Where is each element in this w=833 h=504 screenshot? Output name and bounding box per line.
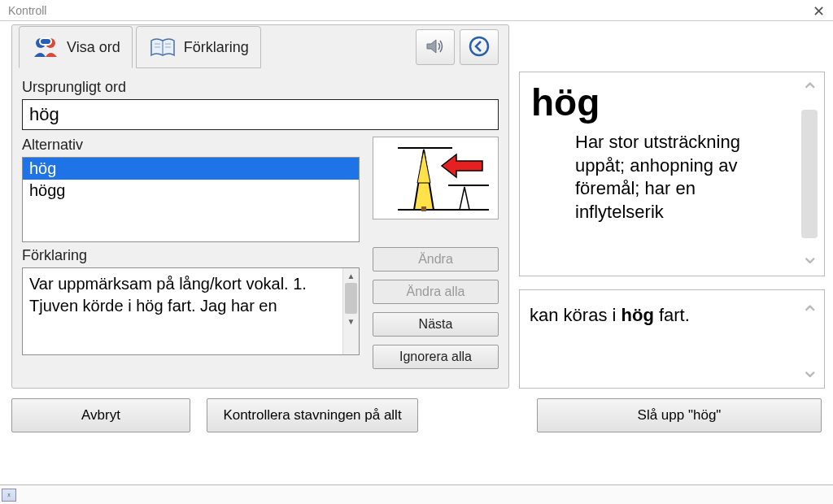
- chevron-down-icon[interactable]: ⌄: [795, 358, 824, 381]
- explanation-textarea[interactable]: Var uppmärksam på lång/kort vokal. 1. Tj…: [22, 267, 360, 355]
- window-title: Kontroll: [8, 4, 46, 17]
- status-bar: x: [0, 484, 833, 504]
- bottom-row: Avbryt Kontrollera stavningen på allt Sl…: [0, 389, 833, 442]
- svg-rect-13: [421, 206, 426, 211]
- people-icon: [31, 33, 60, 62]
- example-sentence: kan köras i hög fart.: [520, 290, 795, 388]
- scroll-down-icon[interactable]: ▼: [343, 314, 359, 328]
- original-word-label: Ursprungligt ord: [22, 79, 499, 96]
- alternatives-label: Alternativ: [22, 137, 360, 154]
- tree-illustration-icon: [375, 138, 497, 218]
- dictionary-panel: hög Har stor utsträckning uppåt; anhopni…: [519, 72, 825, 276]
- tab-visa-ord[interactable]: Visa ord: [19, 26, 133, 68]
- scroll-up-icon[interactable]: ▲: [343, 268, 359, 283]
- change-button[interactable]: Ändra: [373, 247, 499, 272]
- ignore-all-button[interactable]: Ignorera alla: [373, 345, 499, 369]
- book-icon: [148, 33, 177, 62]
- cancel-button[interactable]: Avbryt: [11, 398, 190, 432]
- dictionary-headword: hög: [531, 80, 783, 124]
- scroll-track[interactable]: [801, 110, 818, 238]
- list-item[interactable]: högg: [23, 180, 359, 202]
- scrollbar[interactable]: ▲ ▼: [342, 268, 359, 354]
- change-all-button[interactable]: Ändra alla: [373, 280, 499, 304]
- back-arrow-icon: [468, 35, 491, 60]
- example-scroll[interactable]: ⌃ ⌄: [795, 290, 824, 388]
- tab-forklaring-label: Förklaring: [184, 39, 249, 56]
- close-icon[interactable]: ✕: [810, 2, 826, 19]
- svg-point-9: [470, 37, 488, 55]
- tab-forklaring[interactable]: Förklaring: [136, 26, 261, 68]
- illustration-box: [373, 137, 499, 219]
- example-panel: kan köras i hög fart. ⌃ ⌄: [519, 289, 825, 389]
- check-spelling-all-button[interactable]: Kontrollera stavningen på allt: [207, 398, 418, 432]
- original-word-input[interactable]: [22, 99, 499, 130]
- dictionary-scroll[interactable]: ⌃ ⌄: [795, 72, 824, 276]
- list-item[interactable]: hög: [23, 158, 359, 180]
- back-button[interactable]: [460, 29, 499, 65]
- speaker-icon: [424, 35, 447, 60]
- svg-rect-3: [41, 39, 50, 44]
- tab-visa-ord-label: Visa ord: [67, 39, 120, 56]
- scroll-thumb[interactable]: [345, 283, 357, 314]
- explanation-text: Var uppmärksam på lång/kort vokal. 1. Tj…: [23, 268, 342, 354]
- right-side: hög Har stor utsträckning uppåt; anhopni…: [519, 24, 830, 389]
- chevron-up-icon[interactable]: ⌃: [795, 303, 824, 326]
- chevron-down-icon[interactable]: ⌄: [795, 245, 824, 267]
- lookup-button[interactable]: Slå upp "hög": [537, 398, 822, 432]
- alternatives-listbox[interactable]: hög högg: [22, 157, 360, 242]
- document-icon[interactable]: x: [2, 489, 16, 502]
- tab-row: Visa ord Förklaring: [19, 25, 499, 69]
- chevron-up-icon[interactable]: ⌃: [795, 80, 824, 103]
- explanation-label: Förklaring: [22, 247, 360, 264]
- speaker-button[interactable]: [416, 29, 455, 65]
- next-button[interactable]: Nästa: [373, 312, 499, 337]
- main-panel: Visa ord Förklaring: [11, 24, 509, 389]
- dictionary-definition: Har stor utsträckning uppåt; anhopning a…: [531, 131, 783, 224]
- titlebar: Kontroll ✕: [0, 0, 833, 21]
